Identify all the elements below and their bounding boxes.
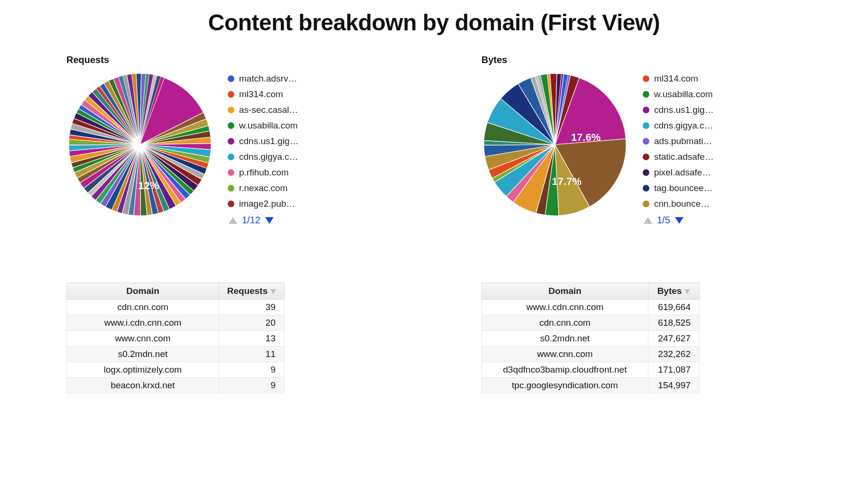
table-row: s0.2mdn.net11 xyxy=(67,347,285,362)
legend-label: r.nexac.com xyxy=(239,183,287,192)
legend-dot-icon xyxy=(643,91,649,98)
legend-item[interactable]: ads.pubmati… xyxy=(643,137,747,146)
bytes-heading: Bytes xyxy=(481,55,802,65)
cell-value: 154,997 xyxy=(648,378,700,393)
legend-dot-icon xyxy=(228,91,234,98)
legend-next-icon[interactable] xyxy=(265,217,274,224)
legend-item[interactable]: static.adsafe… xyxy=(643,152,747,161)
cell-domain: tpc.googlesyndication.com xyxy=(482,378,648,393)
legend-item[interactable]: match.adsrv… xyxy=(228,74,332,83)
cell-domain: logx.optimizely.com xyxy=(67,362,219,378)
cell-value: 20 xyxy=(219,315,285,331)
legend-label: ml314.com xyxy=(239,90,283,99)
cell-value: 232,262 xyxy=(648,347,700,362)
legend-label: w.usabilla.com xyxy=(239,121,298,130)
legend-item[interactable]: cdns.gigya.c… xyxy=(228,152,332,161)
requests-col-value[interactable]: Requests xyxy=(219,283,285,300)
cell-value: 13 xyxy=(219,331,285,347)
cell-domain: www.cnn.com xyxy=(67,331,219,347)
legend-dot-icon xyxy=(643,122,649,129)
cell-domain: s0.2mdn.net xyxy=(67,347,219,362)
bytes-col-domain[interactable]: Domain xyxy=(482,283,648,300)
cell-value: 11 xyxy=(219,347,285,362)
legend-dot-icon xyxy=(228,201,234,207)
legend-item[interactable]: cdns.us1.gig… xyxy=(228,137,332,146)
requests-heading: Requests xyxy=(66,55,387,65)
legend-item[interactable]: pixel.adsafe… xyxy=(643,168,747,177)
cell-value: 171,087 xyxy=(648,362,700,378)
legend-dot-icon xyxy=(228,169,234,176)
cell-value: 9 xyxy=(219,362,285,378)
legend-label: cdns.us1.gig… xyxy=(654,105,714,114)
legend-label: ml314.com xyxy=(654,74,698,83)
legend-dot-icon xyxy=(643,169,649,176)
cell-domain: www.i.cdn.cnn.com xyxy=(482,300,648,315)
legend-next-icon[interactable] xyxy=(675,217,683,224)
legend-item[interactable]: r.nexac.com xyxy=(228,183,332,192)
requests-pie-chart[interactable]: 12% xyxy=(66,71,213,218)
legend-item[interactable]: cnn.bounce… xyxy=(643,199,747,208)
legend-item[interactable]: p.rfihub.com xyxy=(228,168,332,177)
legend-item[interactable]: w.usabilla.com xyxy=(643,90,747,99)
requests-legend: match.adsrv… ml314.com as-sec.casal… w.u… xyxy=(228,71,332,226)
table-row: s0.2mdn.net247,627 xyxy=(482,331,700,347)
bytes-col-value[interactable]: Bytes xyxy=(648,283,700,300)
legend-dot-icon xyxy=(228,107,234,113)
legend-label: p.rfihub.com xyxy=(239,168,289,177)
legend-dot-icon xyxy=(643,185,649,192)
legend-page-indicator: 1/5 xyxy=(657,215,670,226)
legend-dot-icon xyxy=(643,201,649,207)
cell-domain: s0.2mdn.net xyxy=(482,331,648,347)
legend-item[interactable]: image2.pub… xyxy=(228,199,332,208)
table-row: d3qdfnco3bamip.cloudfront.net171,087 xyxy=(482,362,700,378)
bytes-legend-pager: 1/5 xyxy=(643,215,747,226)
legend-label: ads.pubmati… xyxy=(654,137,712,146)
legend-label: as-sec.casal… xyxy=(239,105,298,114)
table-row: www.i.cdn.cnn.com619,664 xyxy=(482,300,700,315)
sort-desc-icon xyxy=(270,289,276,294)
legend-item[interactable]: cdns.us1.gig… xyxy=(643,105,747,114)
legend-item[interactable]: ml314.com xyxy=(643,74,747,83)
cell-domain: cdn.cnn.com xyxy=(482,315,648,331)
cell-domain: www.cnn.com xyxy=(482,347,648,362)
legend-dot-icon xyxy=(228,75,234,82)
legend-item[interactable]: w.usabilla.com xyxy=(228,121,332,130)
legend-item[interactable]: tag.bouncee… xyxy=(643,183,747,192)
cell-value: 9 xyxy=(219,378,285,393)
legend-label: image2.pub… xyxy=(239,199,295,208)
cell-value: 247,627 xyxy=(648,331,700,347)
cell-value: 618,525 xyxy=(648,315,700,331)
page-title: Content breakdown by domain (First View) xyxy=(0,9,868,36)
cell-domain: www.i.cdn.cnn.com xyxy=(67,315,219,331)
legend-prev-icon[interactable] xyxy=(229,217,237,224)
bytes-column: Bytes 17.6% 17.7% ml314.com w.usabilla.c… xyxy=(481,55,802,393)
table-row: cdn.cnn.com618,525 xyxy=(482,315,700,331)
requests-col-domain[interactable]: Domain xyxy=(67,283,219,300)
legend-prev-icon[interactable] xyxy=(644,217,652,224)
legend-item[interactable]: ml314.com xyxy=(228,90,332,99)
bytes-pie-chart[interactable]: 17.6% 17.7% xyxy=(481,71,628,218)
legend-dot-icon xyxy=(643,75,649,82)
table-row: www.i.cdn.cnn.com20 xyxy=(67,315,285,331)
legend-label: cnn.bounce… xyxy=(654,199,710,208)
legend-label: cdns.gigya.c… xyxy=(239,152,298,161)
legend-label: w.usabilla.com xyxy=(654,90,713,99)
table-row: tpc.googlesyndication.com154,997 xyxy=(482,378,700,393)
sort-desc-icon xyxy=(684,289,690,294)
table-row: www.cnn.com13 xyxy=(67,331,285,347)
legend-label: match.adsrv… xyxy=(239,74,297,83)
cell-domain: cdn.cnn.com xyxy=(67,300,219,315)
legend-dot-icon xyxy=(643,138,649,145)
table-row: logx.optimizely.com9 xyxy=(67,362,285,378)
requests-legend-pager: 1/12 xyxy=(228,215,332,226)
requests-column: Requests 12% match.adsrv… ml314.com as-s… xyxy=(66,55,387,393)
legend-dot-icon xyxy=(643,154,649,160)
legend-label: static.adsafe… xyxy=(654,152,714,161)
legend-label: pixel.adsafe… xyxy=(654,168,711,177)
cell-value: 39 xyxy=(219,300,285,315)
legend-dot-icon xyxy=(228,138,234,145)
legend-item[interactable]: as-sec.casal… xyxy=(228,105,332,114)
legend-item[interactable]: cdns.gigya.c… xyxy=(643,121,747,130)
bytes-legend: ml314.com w.usabilla.com cdns.us1.gig… c… xyxy=(643,71,747,226)
bytes-table: Domain Bytes www.i.cdn.cnn.com619,664 cd… xyxy=(481,283,700,393)
